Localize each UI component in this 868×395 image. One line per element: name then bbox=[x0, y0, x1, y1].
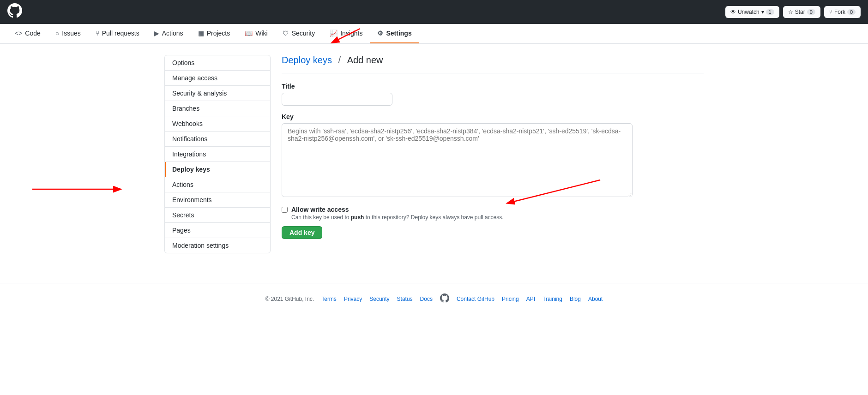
footer: © 2021 GitHub, Inc. Terms Privacy Securi… bbox=[0, 283, 868, 315]
nav-item-code[interactable]: <> Code bbox=[7, 24, 48, 43]
code-icon: <> bbox=[15, 30, 22, 37]
title-label: Title bbox=[282, 83, 704, 90]
star-count: 0 bbox=[807, 9, 815, 15]
eye-icon: 👁 bbox=[730, 9, 736, 15]
security-icon: 🛡 bbox=[283, 30, 289, 37]
nav-label-issues: Issues bbox=[62, 30, 80, 37]
nav-label-projects: Projects bbox=[207, 30, 230, 37]
nav-item-wiki[interactable]: 📖 Wiki bbox=[237, 24, 275, 43]
nav-label-wiki: Wiki bbox=[255, 30, 267, 37]
fork-label: Fork bbox=[834, 9, 845, 15]
nav-item-issues[interactable]: ○ Issues bbox=[48, 24, 88, 43]
nav-label-insights: Insights bbox=[340, 30, 362, 37]
star-icon: ☆ bbox=[788, 9, 793, 15]
nav-label-actions: Actions bbox=[162, 30, 183, 37]
footer-link-pricing[interactable]: Pricing bbox=[502, 296, 519, 302]
breadcrumb-deploy-keys-link[interactable]: Deploy keys bbox=[282, 55, 332, 65]
sidebar-item-integrations[interactable]: Integrations bbox=[165, 147, 270, 162]
page-breadcrumb: Deploy keys / Add new bbox=[282, 55, 704, 73]
unwatch-button[interactable]: 👁 Unwatch ▾ 1 bbox=[725, 6, 779, 18]
unwatch-count: 1 bbox=[766, 9, 774, 15]
nav-label-settings: Settings bbox=[386, 30, 411, 37]
title-form-group: Title bbox=[282, 83, 704, 106]
page-wrapper: 👁 Unwatch ▾ 1 ☆ Star 0 ⑂ Fork 0 <> Code … bbox=[0, 0, 868, 315]
footer-copyright: © 2021 GitHub, Inc. bbox=[265, 296, 314, 302]
sidebar-item-notifications[interactable]: Notifications bbox=[165, 132, 270, 147]
top-bar-left bbox=[7, 3, 22, 21]
sidebar-item-moderation-settings[interactable]: Moderation settings bbox=[165, 238, 270, 253]
footer-link-security[interactable]: Security bbox=[369, 296, 389, 302]
sidebar-item-webhooks[interactable]: Webhooks bbox=[165, 116, 270, 132]
sidebar-item-environments[interactable]: Environments bbox=[165, 192, 270, 208]
footer-link-training[interactable]: Training bbox=[542, 296, 562, 302]
sidebar-item-pages[interactable]: Pages bbox=[165, 223, 270, 238]
settings-icon: ⚙ bbox=[377, 30, 383, 37]
nav-item-insights[interactable]: 📈 Insights bbox=[322, 24, 370, 43]
breadcrumb-current: Add new bbox=[347, 55, 383, 65]
pull-request-icon: ⑂ bbox=[96, 30, 99, 37]
unwatch-label: Unwatch bbox=[738, 9, 760, 15]
allow-write-label[interactable]: Allow write access bbox=[291, 206, 349, 213]
allow-write-description: Can this key be used to push to this rep… bbox=[291, 214, 504, 221]
sidebar-item-branches[interactable]: Branches bbox=[165, 101, 270, 116]
footer-link-contact[interactable]: Contact GitHub bbox=[457, 296, 494, 302]
sidebar-item-options[interactable]: Options bbox=[165, 55, 270, 71]
allow-write-group: Allow write access Can this key be used … bbox=[282, 206, 704, 221]
sidebar-item-actions[interactable]: Actions bbox=[165, 177, 270, 192]
title-input[interactable] bbox=[282, 93, 392, 106]
footer-link-blog[interactable]: Blog bbox=[570, 296, 581, 302]
star-label: Star bbox=[795, 9, 805, 15]
issues-icon: ○ bbox=[55, 30, 59, 37]
main-content: Options Manage access Security & analysi… bbox=[157, 44, 711, 264]
footer-link-privacy[interactable]: Privacy bbox=[344, 296, 362, 302]
fork-button[interactable]: ⑂ Fork 0 bbox=[824, 6, 861, 18]
sidebar: Options Manage access Security & analysi… bbox=[164, 55, 271, 253]
footer-github-logo bbox=[440, 293, 449, 305]
fork-icon: ⑂ bbox=[829, 9, 832, 15]
nav-label-pull-requests: Pull requests bbox=[102, 30, 139, 37]
sidebar-item-secrets[interactable]: Secrets bbox=[165, 208, 270, 223]
top-bar-right: 👁 Unwatch ▾ 1 ☆ Star 0 ⑂ Fork 0 bbox=[725, 6, 861, 18]
sidebar-item-deploy-keys[interactable]: Deploy keys bbox=[165, 162, 270, 177]
allow-write-checkbox[interactable] bbox=[282, 207, 288, 213]
key-form-group: Key bbox=[282, 113, 704, 198]
allow-write-text: Allow write access Can this key be used … bbox=[291, 206, 504, 221]
star-button[interactable]: ☆ Star 0 bbox=[783, 6, 820, 18]
repo-nav: <> Code ○ Issues ⑂ Pull requests ▶ Actio… bbox=[0, 24, 868, 44]
nav-item-settings[interactable]: ⚙ Settings bbox=[370, 24, 419, 43]
unwatch-dropdown-icon: ▾ bbox=[761, 9, 764, 15]
push-emphasis: push bbox=[351, 214, 364, 221]
wiki-icon: 📖 bbox=[245, 30, 253, 37]
insights-icon: 📈 bbox=[330, 30, 338, 37]
fork-count: 0 bbox=[847, 9, 856, 15]
key-label: Key bbox=[282, 113, 704, 120]
deploy-keys-arrow bbox=[28, 175, 139, 203]
sidebar-menu: Options Manage access Security & analysi… bbox=[164, 55, 271, 253]
top-bar: 👁 Unwatch ▾ 1 ☆ Star 0 ⑂ Fork 0 bbox=[0, 0, 868, 24]
nav-item-projects[interactable]: ▦ Projects bbox=[191, 24, 238, 43]
actions-icon: ▶ bbox=[154, 30, 159, 37]
footer-link-terms[interactable]: Terms bbox=[321, 296, 337, 302]
sidebar-item-manage-access[interactable]: Manage access bbox=[165, 71, 270, 86]
footer-link-about[interactable]: About bbox=[588, 296, 603, 302]
content-area: Deploy keys / Add new Title Key Allow wr… bbox=[282, 55, 704, 253]
nav-label-security: Security bbox=[292, 30, 315, 37]
footer-link-docs[interactable]: Docs bbox=[420, 296, 433, 302]
nav-item-pull-requests[interactable]: ⑂ Pull requests bbox=[88, 24, 147, 43]
footer-links: © 2021 GitHub, Inc. Terms Privacy Securi… bbox=[7, 293, 861, 305]
footer-link-api[interactable]: API bbox=[526, 296, 535, 302]
nav-item-actions[interactable]: ▶ Actions bbox=[147, 24, 191, 43]
key-textarea[interactable] bbox=[282, 123, 633, 197]
nav-item-security[interactable]: 🛡 Security bbox=[275, 24, 323, 43]
breadcrumb-separator: / bbox=[338, 55, 344, 65]
github-logo-icon bbox=[7, 3, 22, 21]
sidebar-item-security-analysis[interactable]: Security & analysis bbox=[165, 86, 270, 101]
nav-label-code: Code bbox=[25, 30, 40, 37]
add-key-button[interactable]: Add key bbox=[282, 226, 322, 239]
projects-icon: ▦ bbox=[198, 30, 204, 37]
footer-link-status[interactable]: Status bbox=[397, 296, 413, 302]
